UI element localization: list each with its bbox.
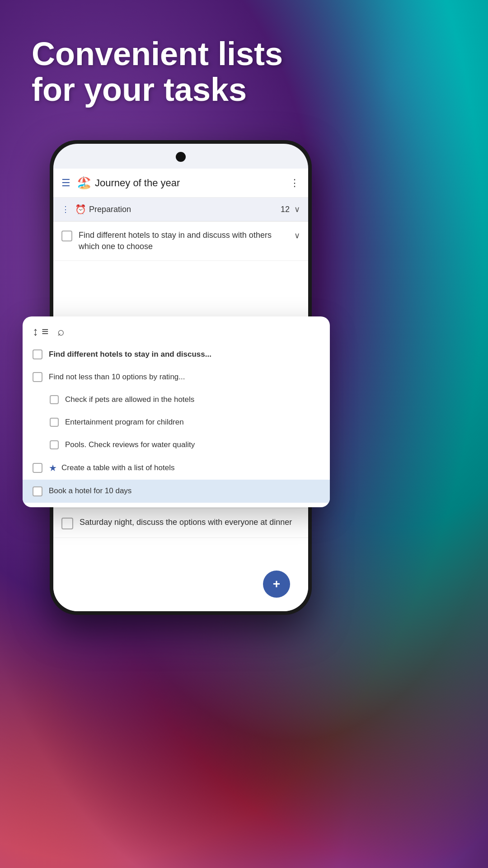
popup-item-text-3: Check if pets are allowed in the hotels xyxy=(65,395,194,405)
popup-item-text-1: Find different hotels to stay in and dis… xyxy=(49,349,211,359)
popup-checkbox-4[interactable] xyxy=(50,418,59,427)
task-checkbox-1[interactable] xyxy=(61,231,72,241)
popup-item-text-5: Pools. Check reviews for water quality xyxy=(65,440,195,450)
popup-checkbox-6[interactable] xyxy=(33,463,42,473)
popup-item-4[interactable]: Entertainment program for children xyxy=(23,411,330,434)
task-text-1: Find different hotels to stay in and dis… xyxy=(79,230,290,252)
popup-item-1[interactable]: Find different hotels to stay in and dis… xyxy=(23,343,330,366)
popup-checkbox-2[interactable] xyxy=(33,372,42,382)
header-emoji: 🏖️ xyxy=(77,176,91,190)
popup-items-list: Find different hotels to stay in and dis… xyxy=(23,343,330,507)
sort-icon[interactable]: ↕ ≡ xyxy=(33,325,48,339)
section-title: Preparation xyxy=(89,205,281,214)
section-chevron-icon[interactable]: ∨ xyxy=(294,204,300,214)
task-checkbox-below-2[interactable] xyxy=(61,518,73,529)
section-emoji: ⏰ xyxy=(75,204,86,215)
popup-item-7[interactable]: Book a hotel for 10 days xyxy=(23,480,330,502)
popup-item-text-7: Book a hotel for 10 days xyxy=(49,486,131,496)
popup-item-2[interactable]: Find not less than 10 options by rating.… xyxy=(23,366,330,388)
task-item-below-2: Saturday night, discuss the options with… xyxy=(53,509,308,538)
camera-notch xyxy=(176,152,186,162)
search-icon[interactable]: ⌕ xyxy=(57,325,65,339)
drag-handle-icon: ⋮ xyxy=(61,205,70,213)
popup-toolbar: ↕ ≡ ⌕ xyxy=(23,316,330,343)
popup-checkbox-1[interactable] xyxy=(33,349,42,359)
star-icon: ★ xyxy=(49,462,57,473)
popup-checkbox-7[interactable] xyxy=(33,486,42,496)
app-header: ☰ 🏖️ Journey of the year ⋮ xyxy=(53,169,308,198)
task-item-1: Find different hotels to stay in and dis… xyxy=(53,222,308,261)
hero-line1: Convenient lists xyxy=(32,36,303,72)
hero-line2: for your tasks xyxy=(32,72,303,108)
header-title: Journey of the year xyxy=(95,177,290,189)
popup-item-3[interactable]: Check if pets are allowed in the hotels xyxy=(23,388,330,411)
fab-button[interactable]: + xyxy=(263,571,290,598)
popup-checkbox-5[interactable] xyxy=(50,440,59,449)
popup-item-6[interactable]: ★ Create a table with a list of hotels xyxy=(23,456,330,480)
popup-item-text-2: Find not less than 10 options by rating.… xyxy=(49,372,185,382)
hero-text: Convenient lists for your tasks xyxy=(32,36,303,108)
popup-item-text-4: Entertainment program for children xyxy=(65,417,184,427)
popup-card: ↕ ≡ ⌕ Find different hotels to stay in a… xyxy=(23,316,330,507)
task-text-below-2: Saturday night, discuss the options with… xyxy=(80,517,300,528)
section-count: 12 xyxy=(281,205,290,214)
task-chevron-1[interactable]: ∨ xyxy=(294,231,300,241)
hamburger-icon[interactable]: ☰ xyxy=(61,178,70,188)
more-options-icon[interactable]: ⋮ xyxy=(290,177,300,189)
popup-checkbox-3[interactable] xyxy=(50,395,59,404)
popup-item-text-6: Create a table with a list of hotels xyxy=(61,463,174,473)
popup-item-5[interactable]: Pools. Check reviews for water quality xyxy=(23,434,330,456)
section-header: ⋮ ⏰ Preparation 12 ∨ xyxy=(53,198,308,222)
